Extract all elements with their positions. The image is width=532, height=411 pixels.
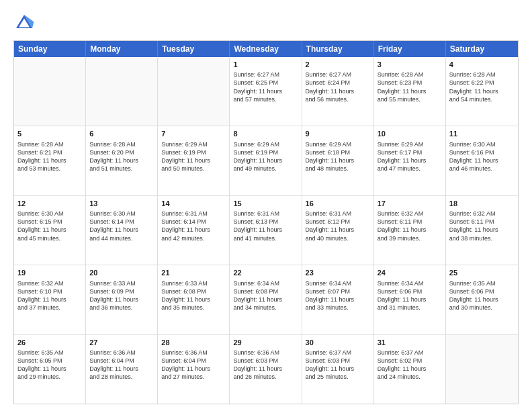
day-number: 16 <box>306 199 370 208</box>
day-number: 19 <box>17 268 82 277</box>
day-info: Sunrise: 6:31 AM Sunset: 6:12 PM Dayligh… <box>306 210 370 242</box>
day-number: 1 <box>233 60 298 69</box>
day-info: Sunrise: 6:31 AM Sunset: 6:13 PM Dayligh… <box>233 210 298 242</box>
day-info: Sunrise: 6:27 AM Sunset: 6:24 PM Dayligh… <box>306 71 370 103</box>
calendar-empty-cell <box>446 335 518 404</box>
calendar-day-30: 30Sunrise: 6:37 AM Sunset: 6:03 PM Dayli… <box>302 335 374 404</box>
header-day-sunday: Sunday <box>14 41 86 57</box>
day-info: Sunrise: 6:36 AM Sunset: 6:04 PM Dayligh… <box>161 349 226 381</box>
calendar-day-19: 19Sunrise: 6:32 AM Sunset: 6:10 PM Dayli… <box>14 265 86 334</box>
calendar-day-25: 25Sunrise: 6:35 AM Sunset: 6:06 PM Dayli… <box>446 265 518 334</box>
day-info: Sunrise: 6:33 AM Sunset: 6:09 PM Dayligh… <box>89 279 154 312</box>
day-info: Sunrise: 6:30 AM Sunset: 6:15 PM Dayligh… <box>17 210 82 242</box>
day-number: 13 <box>89 199 154 208</box>
calendar-empty-cell <box>14 57 86 126</box>
day-number: 29 <box>233 338 298 347</box>
calendar-week-2: 5Sunrise: 6:28 AM Sunset: 6:21 PM Daylig… <box>14 126 518 195</box>
calendar-week-3: 12Sunrise: 6:30 AM Sunset: 6:15 PM Dayli… <box>14 195 518 265</box>
day-info: Sunrise: 6:36 AM Sunset: 6:03 PM Dayligh… <box>233 349 298 381</box>
calendar-day-1: 1Sunrise: 6:27 AM Sunset: 6:25 PM Daylig… <box>230 57 302 126</box>
calendar-day-4: 4Sunrise: 6:28 AM Sunset: 6:22 PM Daylig… <box>446 57 518 126</box>
day-number: 28 <box>161 338 226 347</box>
calendar-empty-cell <box>158 57 230 126</box>
day-number: 3 <box>378 60 442 69</box>
day-number: 27 <box>89 338 154 347</box>
header <box>13 12 519 34</box>
day-info: Sunrise: 6:29 AM Sunset: 6:19 PM Dayligh… <box>161 140 226 173</box>
day-info: Sunrise: 6:32 AM Sunset: 6:11 PM Dayligh… <box>449 210 515 242</box>
calendar-day-20: 20Sunrise: 6:33 AM Sunset: 6:09 PM Dayli… <box>86 265 158 334</box>
day-number: 8 <box>233 129 298 138</box>
day-number: 14 <box>161 199 226 208</box>
day-info: Sunrise: 6:34 AM Sunset: 6:08 PM Dayligh… <box>233 279 298 312</box>
day-number: 25 <box>449 268 515 277</box>
day-number: 18 <box>449 199 515 208</box>
calendar-day-26: 26Sunrise: 6:35 AM Sunset: 6:05 PM Dayli… <box>14 335 86 404</box>
day-number: 30 <box>306 338 370 347</box>
calendar-day-6: 6Sunrise: 6:28 AM Sunset: 6:20 PM Daylig… <box>86 126 158 195</box>
calendar-day-29: 29Sunrise: 6:36 AM Sunset: 6:03 PM Dayli… <box>230 335 302 404</box>
day-info: Sunrise: 6:35 AM Sunset: 6:06 PM Dayligh… <box>449 279 515 312</box>
logo-icon <box>13 12 35 34</box>
calendar-day-10: 10Sunrise: 6:29 AM Sunset: 6:17 PM Dayli… <box>374 126 446 195</box>
day-number: 4 <box>449 60 515 69</box>
day-number: 10 <box>378 129 442 138</box>
calendar-day-12: 12Sunrise: 6:30 AM Sunset: 6:15 PM Dayli… <box>14 196 86 265</box>
day-info: Sunrise: 6:30 AM Sunset: 6:14 PM Dayligh… <box>89 210 154 242</box>
day-number: 26 <box>17 338 82 347</box>
day-number: 11 <box>449 129 515 138</box>
header-day-wednesday: Wednesday <box>230 41 302 57</box>
day-info: Sunrise: 6:31 AM Sunset: 6:14 PM Dayligh… <box>161 210 226 242</box>
day-number: 12 <box>17 199 82 208</box>
day-number: 17 <box>378 199 442 208</box>
day-number: 22 <box>233 268 298 277</box>
calendar-day-18: 18Sunrise: 6:32 AM Sunset: 6:11 PM Dayli… <box>446 196 518 265</box>
day-info: Sunrise: 6:34 AM Sunset: 6:06 PM Dayligh… <box>378 279 442 312</box>
header-day-tuesday: Tuesday <box>158 41 230 57</box>
day-info: Sunrise: 6:30 AM Sunset: 6:16 PM Dayligh… <box>449 140 515 173</box>
calendar-day-24: 24Sunrise: 6:34 AM Sunset: 6:06 PM Dayli… <box>374 265 446 334</box>
header-day-thursday: Thursday <box>302 41 374 57</box>
day-number: 31 <box>378 338 442 347</box>
day-info: Sunrise: 6:27 AM Sunset: 6:25 PM Dayligh… <box>233 71 298 103</box>
calendar-day-8: 8Sunrise: 6:29 AM Sunset: 6:19 PM Daylig… <box>230 126 302 195</box>
day-info: Sunrise: 6:35 AM Sunset: 6:05 PM Dayligh… <box>17 349 82 381</box>
day-info: Sunrise: 6:32 AM Sunset: 6:10 PM Dayligh… <box>17 279 82 312</box>
calendar-day-16: 16Sunrise: 6:31 AM Sunset: 6:12 PM Dayli… <box>302 196 374 265</box>
day-number: 23 <box>306 268 370 277</box>
day-number: 9 <box>306 129 370 138</box>
calendar-day-2: 2Sunrise: 6:27 AM Sunset: 6:24 PM Daylig… <box>302 57 374 126</box>
day-info: Sunrise: 6:28 AM Sunset: 6:22 PM Dayligh… <box>449 71 515 103</box>
day-info: Sunrise: 6:37 AM Sunset: 6:02 PM Dayligh… <box>378 349 442 381</box>
day-number: 5 <box>17 129 82 138</box>
day-info: Sunrise: 6:28 AM Sunset: 6:23 PM Dayligh… <box>378 71 442 103</box>
calendar-day-11: 11Sunrise: 6:30 AM Sunset: 6:16 PM Dayli… <box>446 126 518 195</box>
header-day-friday: Friday <box>374 41 446 57</box>
day-info: Sunrise: 6:32 AM Sunset: 6:11 PM Dayligh… <box>378 210 442 242</box>
calendar-day-23: 23Sunrise: 6:34 AM Sunset: 6:07 PM Dayli… <box>302 265 374 334</box>
day-number: 7 <box>161 129 226 138</box>
calendar-empty-cell <box>86 57 158 126</box>
day-info: Sunrise: 6:28 AM Sunset: 6:21 PM Dayligh… <box>17 140 82 173</box>
calendar-week-5: 26Sunrise: 6:35 AM Sunset: 6:05 PM Dayli… <box>14 334 518 404</box>
page: SundayMondayTuesdayWednesdayThursdayFrid… <box>0 0 532 411</box>
day-info: Sunrise: 6:29 AM Sunset: 6:18 PM Dayligh… <box>306 140 370 173</box>
header-day-monday: Monday <box>86 41 158 57</box>
calendar-day-22: 22Sunrise: 6:34 AM Sunset: 6:08 PM Dayli… <box>230 265 302 334</box>
day-number: 24 <box>378 268 442 277</box>
day-number: 6 <box>89 129 154 138</box>
day-number: 15 <box>233 199 298 208</box>
calendar-day-14: 14Sunrise: 6:31 AM Sunset: 6:14 PM Dayli… <box>158 196 230 265</box>
day-info: Sunrise: 6:29 AM Sunset: 6:17 PM Dayligh… <box>378 140 442 173</box>
calendar-day-17: 17Sunrise: 6:32 AM Sunset: 6:11 PM Dayli… <box>374 196 446 265</box>
day-info: Sunrise: 6:33 AM Sunset: 6:08 PM Dayligh… <box>161 279 226 312</box>
calendar-day-28: 28Sunrise: 6:36 AM Sunset: 6:04 PM Dayli… <box>158 335 230 404</box>
calendar-header: SundayMondayTuesdayWednesdayThursdayFrid… <box>14 41 518 57</box>
day-info: Sunrise: 6:29 AM Sunset: 6:19 PM Dayligh… <box>233 140 298 173</box>
day-info: Sunrise: 6:34 AM Sunset: 6:07 PM Dayligh… <box>306 279 370 312</box>
calendar-body: 1Sunrise: 6:27 AM Sunset: 6:25 PM Daylig… <box>14 57 518 404</box>
calendar-day-5: 5Sunrise: 6:28 AM Sunset: 6:21 PM Daylig… <box>14 126 86 195</box>
calendar-day-31: 31Sunrise: 6:37 AM Sunset: 6:02 PM Dayli… <box>374 335 446 404</box>
calendar-day-9: 9Sunrise: 6:29 AM Sunset: 6:18 PM Daylig… <box>302 126 374 195</box>
calendar-week-1: 1Sunrise: 6:27 AM Sunset: 6:25 PM Daylig… <box>14 57 518 126</box>
